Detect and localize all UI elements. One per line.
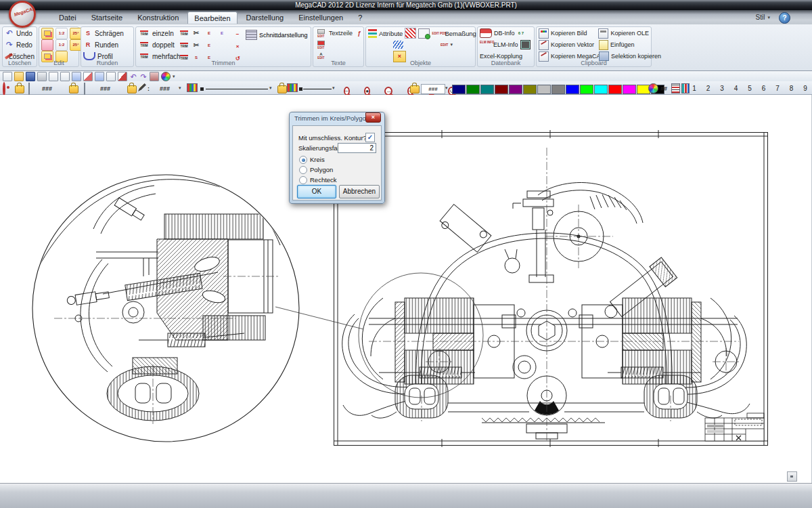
divide-icon[interactable]: − — [232, 28, 243, 40]
italic-f-icon[interactable]: ƒ — [355, 30, 364, 37]
schraegen-button[interactable]: S Schrägen — [81, 27, 133, 39]
close-icon[interactable]: × — [365, 112, 381, 123]
save-icon[interactable] — [26, 72, 35, 81]
help-icon[interactable]: ? — [779, 12, 790, 24]
scroll-corner-button[interactable] — [787, 471, 797, 482]
hatch-icon[interactable] — [405, 28, 416, 39]
swatch-maroon[interactable] — [495, 85, 508, 94]
undo-arrow-icon[interactable]: ↶ — [129, 72, 137, 81]
textzeile-button[interactable]: EDIT Textzeile ƒ — [313, 27, 363, 39]
swatch-red[interactable] — [608, 85, 622, 94]
tab-hilfe[interactable]: ? — [352, 12, 368, 24]
scale-factor-input[interactable] — [338, 143, 376, 153]
bemassung-dropdown[interactable]: Bemaßung — [445, 30, 476, 37]
swatch-navy[interactable] — [452, 85, 466, 94]
view-7[interactable]: 7 — [775, 85, 780, 92]
break-icon[interactable]: × — [232, 40, 243, 52]
object-snap-icon[interactable] — [418, 28, 430, 39]
open-file-icon[interactable] — [14, 72, 24, 81]
view-9[interactable]: 9 — [803, 85, 808, 92]
color-manager-icon[interactable] — [161, 72, 171, 81]
stamp-icon[interactable] — [150, 72, 159, 81]
tab-konstruktion[interactable]: Konstruktion — [131, 12, 185, 24]
trim-to-edge-icon[interactable]: TRIM — [178, 28, 190, 38]
radio-kreis[interactable] — [299, 156, 307, 164]
tab-darstellung[interactable]: Darstellung — [240, 12, 290, 24]
print-preview-icon[interactable] — [49, 72, 58, 81]
edit-scale2-icon[interactable]: 1:2 — [55, 39, 68, 51]
extend-icon[interactable]: E — [204, 28, 215, 38]
db-info-button[interactable]: DB-Info 6 7 — [478, 27, 534, 39]
edit-scale-icon[interactable]: 1:2 — [55, 28, 68, 39]
swatch-silver[interactable] — [537, 85, 551, 94]
view-8[interactable]: 8 — [789, 85, 794, 92]
page-setup-icon[interactable] — [60, 72, 70, 81]
edit-copy-icon[interactable] — [41, 28, 53, 39]
group-value[interactable]: ### — [100, 85, 110, 92]
drawing-canvas[interactable] — [0, 95, 812, 483]
column-bars-icon[interactable] — [681, 83, 690, 93]
schnittdarstellung-button[interactable]: Schnittdarstellung — [246, 30, 308, 40]
redo-button[interactable]: ↷ Redo — [3, 39, 37, 50]
view-5[interactable]: 5 — [747, 85, 752, 92]
undo-button[interactable]: ↶ Undo — [3, 27, 37, 39]
lock-pen-icon[interactable] — [127, 85, 137, 93]
edit-dropdown[interactable]: EDIT — [441, 43, 448, 47]
extend-e-icon[interactable]: E — [204, 40, 215, 50]
tab-datei[interactable]: Datei — [53, 12, 83, 24]
width-caret-icon[interactable]: ▾ — [269, 85, 272, 91]
group-page-icon[interactable] — [84, 83, 85, 96]
pen-caret-icon[interactable]: ▾ — [179, 85, 181, 91]
tab-bearbeiten[interactable]: Bearbeiten — [187, 12, 237, 24]
scissors-split-icon[interactable]: ✂ — [191, 40, 202, 50]
kopieren-ole-button[interactable]: Kopieren OLE — [598, 28, 649, 39]
pen-width-icon[interactable] — [187, 83, 198, 92]
lock-color-icon[interactable] — [410, 85, 420, 93]
swatch-green[interactable] — [466, 85, 480, 94]
layer-icon[interactable] — [28, 83, 30, 96]
layer-list-icon[interactable] — [671, 83, 680, 93]
snap-target-icon[interactable] — [3, 82, 5, 96]
kopieren-vektor-button[interactable]: Kopieren Vektor — [539, 40, 597, 50]
swatch-cyan[interactable] — [594, 85, 608, 94]
view-2[interactable]: 2 — [706, 85, 711, 92]
layer-value[interactable]: ### — [42, 85, 52, 92]
pen-icon[interactable] — [138, 83, 146, 91]
kopieren-bild-button[interactable]: Kopieren Bild — [539, 28, 596, 39]
colorbox-caret-icon[interactable]: ▾ — [445, 85, 448, 91]
linetype-caret-icon[interactable]: ▾ — [332, 85, 335, 91]
pen-width-preview[interactable] — [206, 89, 268, 89]
pen-value[interactable]: ### — [160, 85, 170, 92]
megacad-logo-icon[interactable]: MegaCAD — [9, 1, 36, 28]
swatch-teal[interactable] — [480, 85, 494, 94]
tab-einstellungen[interactable]: Einstellungen — [292, 12, 349, 24]
plot-icon[interactable] — [95, 72, 104, 81]
radio-rechteck[interactable] — [299, 176, 307, 184]
export-icon[interactable] — [72, 72, 81, 81]
swatch-blue[interactable] — [566, 85, 579, 94]
trim-two-icon[interactable]: TRIM — [178, 40, 190, 50]
ok-button[interactable]: OK — [297, 185, 336, 198]
swatch-gray[interactable] — [551, 85, 565, 94]
attributes-icon[interactable] — [368, 29, 377, 38]
enclosing-contour-checkbox[interactable]: ✓ — [365, 133, 375, 142]
cancel-button[interactable]: Abbrechen — [339, 185, 380, 198]
color-wheel-icon[interactable] — [648, 83, 658, 93]
delete-icon[interactable] — [118, 72, 127, 81]
lock-layer-icon[interactable] — [15, 85, 24, 93]
style-selector[interactable]: Stil ▾ — [756, 14, 770, 21]
scissors-icon[interactable]: ✂ — [191, 28, 202, 38]
hatch-number-icon[interactable]: ## — [660, 85, 667, 92]
swatch-magenta[interactable] — [623, 85, 636, 94]
redo-arrow-icon[interactable]: ↷ — [139, 72, 148, 81]
print-icon[interactable] — [37, 72, 47, 81]
linetype-icon[interactable] — [287, 83, 298, 92]
view-3[interactable]: 3 — [719, 85, 725, 92]
lock-linetype-icon[interactable] — [277, 85, 287, 93]
color-mode-box[interactable]: ### — [421, 84, 445, 94]
plot-config-icon[interactable] — [106, 72, 116, 81]
trim-einzeln-button[interactable]: TRIM einzeln — [136, 27, 175, 39]
blue-lines-icon[interactable] — [393, 41, 403, 49]
runden-button[interactable]: R Runden — [81, 39, 133, 50]
view-6[interactable]: 6 — [761, 85, 767, 92]
